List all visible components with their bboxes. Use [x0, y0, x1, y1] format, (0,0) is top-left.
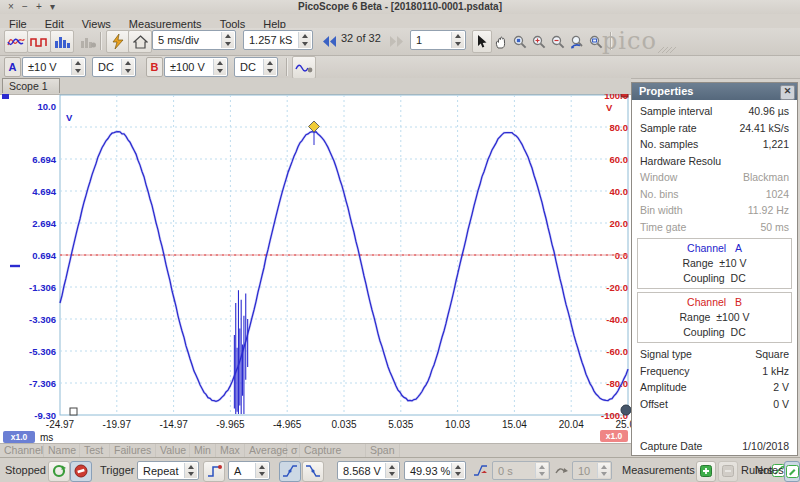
- measure-column-max: Max: [216, 444, 245, 458]
- spinner-arrows-icon[interactable]: [71, 59, 84, 75]
- scope-mode-button[interactable]: [4, 30, 28, 53]
- persistence-mode-button[interactable]: [27, 30, 51, 53]
- remove-measurement-button: [718, 461, 738, 482]
- svg-text:x1.0: x1.0: [606, 431, 623, 441]
- channel-a-range-select[interactable]: ±10 V: [22, 57, 86, 77]
- notes-label: Notes: [755, 458, 784, 482]
- holdoff-spinner: 0 s: [492, 461, 550, 480]
- falling-edge-button[interactable]: [302, 461, 324, 482]
- property-row: Frequency1 kHz: [632, 363, 797, 380]
- spectrum-mode-button[interactable]: [50, 30, 74, 53]
- scope-plot[interactable]: 10.06.6944.6942.6940.694-1.306-3.306-5.3…: [0, 94, 631, 443]
- svg-text:4.694: 4.694: [32, 186, 56, 197]
- title-bar: × − + ▾ PicoScope 6 Beta - [20180110-000…: [0, 0, 800, 15]
- property-label: Capture Date: [640, 439, 702, 454]
- toolbar-separator: [100, 32, 102, 50]
- double-left-arrow-icon: [323, 36, 337, 47]
- property-row: No. bins1024: [632, 186, 797, 203]
- buffer-prev-button[interactable]: [320, 30, 340, 53]
- normal-selection-tool-button[interactable]: [472, 30, 492, 53]
- property-value: 2 V: [773, 380, 789, 395]
- view-count-spinner[interactable]: 1: [410, 30, 466, 50]
- spinner-arrows-icon[interactable]: [213, 59, 226, 75]
- svg-text:-3.306: -3.306: [29, 314, 56, 325]
- property-row: Capture Date1/10/2018: [632, 438, 797, 455]
- measurements-label: Measurements: [622, 458, 695, 482]
- notes-button[interactable]: [784, 461, 800, 482]
- property-row: Amplitude2 V: [632, 379, 797, 396]
- svg-text:-9.965: -9.965: [216, 419, 245, 430]
- time-ruler-handle[interactable]: [70, 408, 77, 415]
- svg-text:25.03: 25.03: [615, 419, 631, 430]
- home-settings-button[interactable]: [128, 30, 152, 53]
- probe-settings-button[interactable]: [292, 56, 316, 79]
- channel-b-range-select[interactable]: ±100 V: [164, 57, 228, 77]
- spinner-arrows-icon[interactable]: [451, 463, 464, 478]
- start-capture-button[interactable]: [48, 461, 70, 482]
- hand-tool-button[interactable]: [491, 30, 511, 53]
- spinner-arrows-icon[interactable]: [298, 32, 311, 48]
- pretrigger-percent-spinner[interactable]: 49.93 %: [404, 461, 466, 480]
- undo-zoom-tool-button[interactable]: [567, 30, 587, 53]
- buffer-index-label: 32 of 32: [341, 25, 381, 52]
- property-label: No. samples: [640, 137, 698, 152]
- axis-scroll-thumb[interactable]: [621, 405, 631, 415]
- measure-column-channel: Channel: [0, 444, 44, 458]
- channel-b-coupling-select[interactable]: DC: [234, 57, 278, 77]
- svg-text:-19.97: -19.97: [103, 419, 132, 430]
- setup-wizard-button[interactable]: [106, 30, 130, 53]
- spinner-arrows-icon[interactable]: [221, 32, 234, 48]
- svg-text:80.0: 80.0: [610, 122, 629, 133]
- zoom-in-tool-button[interactable]: [529, 30, 549, 53]
- svg-text:V: V: [66, 112, 73, 123]
- waveform-probe-icon: [295, 61, 313, 75]
- spinner-arrows-icon[interactable]: [385, 463, 398, 478]
- add-measurement-button[interactable]: [696, 461, 716, 482]
- rapid-count-spinner: 10: [572, 461, 612, 480]
- tab-scope-1[interactable]: Scope 1: [2, 78, 60, 93]
- property-row: Offset0 V: [632, 396, 797, 413]
- menu-bar: FileEditViewsMeasurementsToolsHelp: [0, 14, 800, 28]
- stop-capture-button[interactable]: [70, 461, 92, 482]
- property-value: 1,221: [763, 137, 789, 152]
- spinner-arrows-icon[interactable]: [263, 59, 276, 75]
- y-axis-zoom-badge[interactable]: x1.0: [600, 430, 628, 442]
- property-value: 50 ms: [760, 220, 789, 235]
- histogram-mode-button: [76, 30, 100, 53]
- spinner-arrows-icon[interactable]: [255, 463, 268, 478]
- spinner-arrows-icon[interactable]: [121, 59, 134, 75]
- properties-panel-header[interactable]: Properties ✕: [632, 83, 797, 100]
- trigger-mode-select[interactable]: Repeat: [137, 461, 199, 480]
- close-icon[interactable]: ✕: [780, 85, 795, 100]
- spinner-arrows-icon[interactable]: [184, 463, 197, 478]
- svg-text:20.0: 20.0: [610, 218, 629, 229]
- svg-text:-60.0: -60.0: [606, 346, 628, 357]
- property-label: Offset: [640, 397, 668, 412]
- spinner-arrows-icon[interactable]: [451, 32, 464, 48]
- property-row: Time gate50 ms: [632, 219, 797, 236]
- timebase-select[interactable]: 5 ms/div: [152, 30, 236, 50]
- property-row: Sample rate24.41 kS/s: [632, 120, 797, 137]
- stop-icon: [74, 464, 88, 478]
- svg-text:0.035: 0.035: [331, 419, 356, 430]
- rapid-capture-button[interactable]: [552, 461, 572, 480]
- advanced-triggers-button[interactable]: [203, 461, 225, 482]
- sample-count-spinner[interactable]: 1.257 kS: [243, 30, 313, 50]
- trigger-source-select[interactable]: A: [228, 461, 270, 480]
- property-label: Sample rate: [640, 121, 697, 136]
- rising-edge-button[interactable]: [279, 461, 301, 482]
- channel-a-coupling-select[interactable]: DC: [92, 57, 136, 77]
- zoom-marquee-tool-button[interactable]: [510, 30, 530, 53]
- property-row: Hardware Resolu: [632, 153, 797, 170]
- channel-b-ruler-handle[interactable]: [621, 94, 628, 97]
- zoom-out-tool-button[interactable]: [548, 30, 568, 53]
- trigger-level-spinner[interactable]: 8.568 V: [337, 461, 400, 480]
- measure-column-failures: Failures: [110, 444, 156, 458]
- channels-toolbar: A ±10 V DC B ±100 V DC: [0, 56, 800, 79]
- svg-text:40.0: 40.0: [610, 186, 629, 197]
- channel-a-ruler-handle[interactable]: [2, 94, 9, 99]
- post-trigger-delay-button[interactable]: [471, 461, 491, 480]
- window-title: PicoScope 6 Beta - [20180110-0001.psdata…: [0, 0, 800, 14]
- x-axis-zoom-badge[interactable]: x1.0: [3, 431, 35, 443]
- property-row: Signal typeSquare: [632, 346, 797, 363]
